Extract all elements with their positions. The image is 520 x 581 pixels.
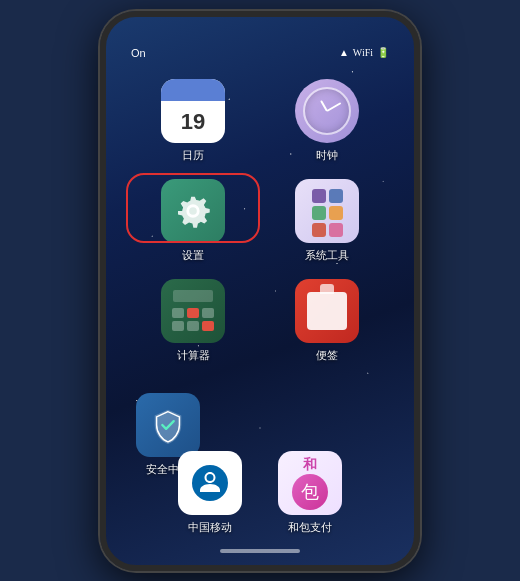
sticky-notes-label: 便签 [316, 348, 338, 363]
calendar-label: 日历 [182, 148, 204, 163]
calc-btn-6 [202, 321, 214, 331]
battery-icon: 🔋 [377, 47, 389, 58]
calendar-month [161, 79, 225, 101]
clock-minute-hand [327, 102, 342, 112]
hebao-label: 和包支付 [288, 520, 332, 535]
app-item-sticky-notes[interactable]: 便签 [270, 279, 384, 363]
phone-frame: On ▲ WiFi 🔋 19 日历 [100, 11, 420, 571]
hebao-circle: 包 [292, 474, 328, 510]
sys-dot-5 [312, 223, 326, 237]
screen-content: On ▲ WiFi 🔋 19 日历 [106, 17, 414, 565]
sys-dot-3 [312, 206, 326, 220]
calc-btn-4 [172, 321, 184, 331]
status-bar: On ▲ WiFi 🔋 [126, 47, 394, 59]
calc-display [173, 290, 213, 302]
sticky-notes-icon [295, 279, 359, 343]
app-item-calendar[interactable]: 19 日历 [136, 79, 250, 163]
calc-row-1 [172, 308, 214, 318]
calculator-label: 计算器 [177, 348, 210, 363]
app-item-settings[interactable]: 设置 [136, 179, 250, 263]
app-grid: 19 日历 时钟 [126, 69, 394, 373]
calc-btn-3 [202, 308, 214, 318]
mobile-logo-svg [189, 462, 231, 504]
clock-icon [295, 79, 359, 143]
calc-btn-5 [187, 321, 199, 331]
calc-btn-1 [172, 308, 184, 318]
app-item-system-tools[interactable]: 系统工具 [270, 179, 384, 263]
sys-dot-4 [329, 206, 343, 220]
sticky-inner [307, 292, 347, 330]
settings-label: 设置 [182, 248, 204, 263]
china-mobile-icon [178, 451, 242, 515]
calendar-day: 19 [161, 101, 225, 143]
system-tools-label: 系统工具 [305, 248, 349, 263]
sys-dot-6 [329, 223, 343, 237]
bottom-dock: 中国移动 和 包 和包支付 [106, 451, 414, 535]
status-icons: ▲ WiFi 🔋 [339, 47, 389, 58]
app-item-calculator[interactable]: 计算器 [136, 279, 250, 363]
sys-dot-1 [312, 189, 326, 203]
calc-row-2 [172, 321, 214, 331]
app-item-hebao[interactable]: 和 包 和包支付 [278, 451, 342, 535]
clock-face [305, 89, 349, 133]
app-item-china-mobile[interactable]: 中国移动 [178, 451, 242, 535]
sys-dot-2 [329, 189, 343, 203]
shield-svg-icon [149, 406, 187, 444]
china-mobile-label: 中国移动 [188, 520, 232, 535]
gear-svg-icon [174, 192, 212, 230]
hebao-icon: 和 包 [278, 451, 342, 515]
status-time: On [131, 47, 146, 59]
calculator-icon [161, 279, 225, 343]
signal-icon: ▲ [339, 47, 349, 58]
calendar-icon: 19 [161, 79, 225, 143]
hebao-top-text: 和 [303, 456, 317, 474]
hebao-bag-icon: 包 [301, 480, 319, 504]
system-tools-icon [295, 179, 359, 243]
clock-label: 时钟 [316, 148, 338, 163]
wifi-icon: WiFi [353, 47, 373, 58]
settings-icon [161, 179, 225, 243]
app-item-clock[interactable]: 时钟 [270, 79, 384, 163]
calc-btn-2 [187, 308, 199, 318]
security-icon [136, 393, 200, 457]
